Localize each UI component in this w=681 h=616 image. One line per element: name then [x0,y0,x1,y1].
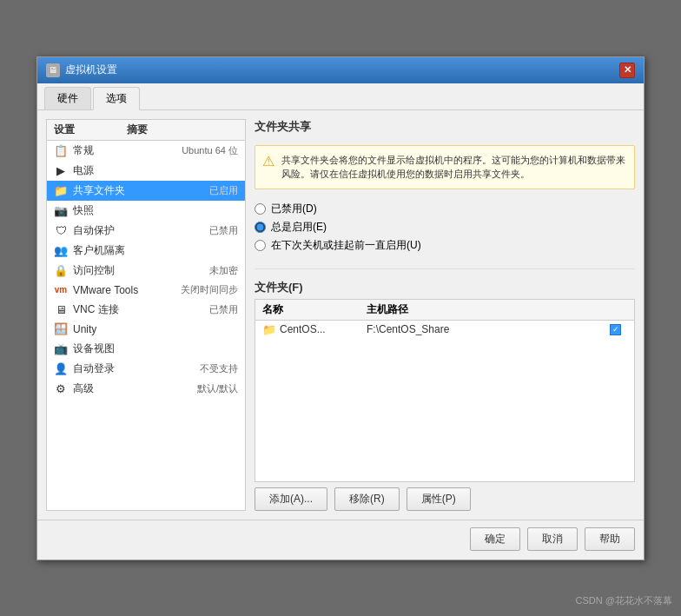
radio-always-input[interactable] [255,222,266,233]
power-icon: ▶ [54,163,68,177]
vnc-name: VNC 连接 [73,302,204,317]
settings-list: 📋 常规 Ubuntu 64 位 ▶ 电源 📁 共享文件夹 已启用 [47,141,245,510]
help-button[interactable]: 帮助 [585,527,635,551]
folder-table-header: 名称 主机路径 [255,300,634,321]
settings-item-power[interactable]: ▶ 电源 [47,161,245,181]
settings-item-vmware-tools[interactable]: vm VMware Tools 关闭时间同步 [47,281,245,300]
remove-button[interactable]: 移除(R) [334,487,400,511]
radio-until-poweroff-label: 在下次关机或挂起前一直启用(U) [271,238,421,253]
shared-folder-section-title: 文件夹共享 [255,119,635,135]
warning-icon: ⚠ [262,153,274,169]
auto-protect-desc: 已禁用 [209,224,238,237]
auto-login-desc: 不受支持 [200,362,238,375]
folder-path-cell: F:\CentOS_Share [367,323,610,335]
folder-table: 名称 主机路径 📁 CentOS... F:\CentOS_Share ✓ [255,299,635,482]
folder-checkbox[interactable]: ✓ [610,324,621,335]
folder-name-cell: 📁 CentOS... [262,323,367,336]
vmware-tools-name: VMware Tools [73,284,175,296]
add-button[interactable]: 添加(A)... [255,487,327,511]
auto-login-icon: 👤 [54,361,68,375]
vmware-tools-icon: vm [54,283,68,297]
folder-section: 文件夹(F) 名称 主机路径 📁 CentOS... F:\CentOS_Sha… [255,280,635,511]
guest-isolation-name: 客户机隔离 [73,243,233,258]
settings-item-access-control[interactable]: 🔒 访问控制 未加密 [47,261,245,281]
advanced-desc: 默认/默认 [197,382,238,395]
shared-folder-icon: 📁 [54,183,68,197]
settings-item-snapshot[interactable]: 📷 快照 [47,201,245,221]
settings-item-auto-login[interactable]: 👤 自动登录 不受支持 [47,359,245,379]
warning-box: ⚠ 共享文件夹会将您的文件显示给虚拟机中的程序。这可能为您的计算机和数据带来风险… [255,145,635,189]
table-row[interactable]: 📁 CentOS... F:\CentOS_Share ✓ [255,321,634,339]
radio-always[interactable]: 总是启用(E) [255,220,635,235]
settings-item-guest-isolation[interactable]: 👥 客户机隔离 [47,241,245,261]
divider [255,268,635,269]
ok-button[interactable]: 确定 [470,527,520,551]
col-summary-label: 摘要 [127,123,148,137]
radio-until-poweroff[interactable]: 在下次关机或挂起前一直启用(U) [255,238,635,253]
main-dialog: 🖥 虚拟机设置 ✕ 硬件 选项 设置 摘要 📋 常规 Ubuntu 64 位 [36,56,645,560]
settings-item-auto-protect[interactable]: 🛡 自动保护 已禁用 [47,221,245,241]
settings-item-unity[interactable]: 🪟 Unity [47,320,245,339]
power-name: 电源 [73,163,233,178]
right-panel: 文件夹共享 ⚠ 共享文件夹会将您的文件显示给虚拟机中的程序。这可能为您的计算机和… [255,119,635,511]
col-name-header: 名称 [262,302,367,317]
access-control-desc: 未加密 [209,264,238,277]
content-area: 设置 摘要 📋 常规 Ubuntu 64 位 ▶ 电源 📁 [37,110,644,520]
title-bar-left: 🖥 虚拟机设置 [46,63,117,77]
settings-item-vnc[interactable]: 🖥 VNC 连接 已禁用 [47,300,245,320]
folder-action-buttons: 添加(A)... 移除(R) 属性(P) [255,487,635,511]
access-control-icon: 🔒 [54,263,68,277]
snapshot-icon: 📷 [54,203,68,217]
settings-panel: 设置 摘要 📋 常规 Ubuntu 64 位 ▶ 电源 📁 [46,119,246,511]
shared-folder-desc: 已启用 [209,184,238,197]
folder-section-label: 文件夹(F) [255,280,635,295]
general-icon: 📋 [54,143,68,157]
auto-login-name: 自动登录 [73,361,195,376]
radio-until-poweroff-input[interactable] [255,240,266,251]
radio-disabled[interactable]: 已禁用(D) [255,202,635,216]
device-view-name: 设备视图 [73,341,233,356]
radio-always-label: 总是启用(E) [271,220,327,235]
title-bar: 🖥 虚拟机设置 ✕ [37,57,644,83]
settings-item-device-view[interactable]: 📺 设备视图 [47,339,245,359]
col-path-header: 主机路径 [367,302,627,317]
share-mode-radio-group: 已禁用(D) 总是启用(E) 在下次关机或挂起前一直启用(U) [255,196,635,258]
unity-name: Unity [73,323,233,335]
device-view-icon: 📺 [54,341,68,355]
watermark: CSDN @花花水不落幕 [576,594,672,607]
general-desc: Ubuntu 64 位 [182,144,238,157]
warning-text: 共享文件夹会将您的文件显示给虚拟机中的程序。这可能为您的计算机和数据带来风险。请… [281,153,627,182]
guest-isolation-icon: 👥 [54,243,68,257]
cancel-button[interactable]: 取消 [527,527,578,551]
close-button[interactable]: ✕ [619,63,635,78]
folder-row-icon: 📁 [262,323,276,336]
vmware-tools-desc: 关闭时间同步 [181,283,238,296]
general-name: 常规 [73,143,176,158]
settings-panel-header: 设置 摘要 [47,120,245,141]
snapshot-name: 快照 [73,203,233,218]
col-setting-label: 设置 [54,123,75,137]
dialog-title: 虚拟机设置 [65,63,117,77]
settings-item-advanced[interactable]: ⚙ 高级 默认/默认 [47,379,245,399]
advanced-name: 高级 [73,381,192,396]
radio-disabled-input[interactable] [255,203,266,215]
dialog-icon: 🖥 [46,63,60,77]
folder-row-name: CentOS... [280,323,326,335]
vnc-desc: 已禁用 [209,303,238,316]
settings-item-general[interactable]: 📋 常规 Ubuntu 64 位 [47,141,245,161]
folder-check-cell: ✓ [610,324,627,335]
properties-button[interactable]: 属性(P) [407,487,471,511]
auto-protect-name: 自动保护 [73,223,204,238]
settings-item-shared-folder[interactable]: 📁 共享文件夹 已启用 [47,181,245,201]
tab-options[interactable]: 选项 [93,87,140,110]
radio-disabled-label: 已禁用(D) [271,202,317,216]
tab-hardware[interactable]: 硬件 [44,87,91,109]
vnc-icon: 🖥 [54,302,68,316]
unity-icon: 🪟 [54,322,68,336]
shared-folder-name: 共享文件夹 [73,183,204,198]
footer-buttons: 确定 取消 帮助 [37,520,644,560]
auto-protect-icon: 🛡 [54,223,68,237]
access-control-name: 访问控制 [73,263,204,278]
tabs-bar: 硬件 选项 [37,83,644,110]
advanced-icon: ⚙ [54,381,68,395]
